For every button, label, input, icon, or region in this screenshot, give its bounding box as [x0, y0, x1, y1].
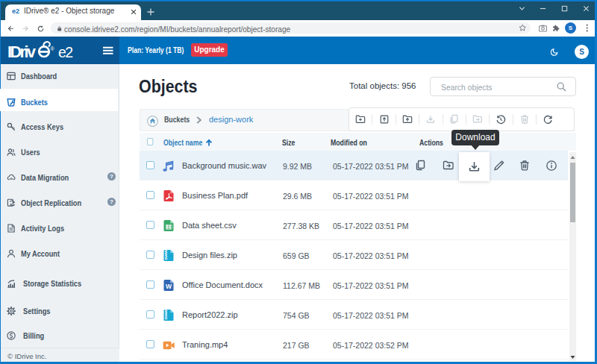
svg-text:®: ® [51, 46, 55, 51]
svg-text:W: W [166, 283, 172, 290]
svg-text:IDriv: IDriv [7, 43, 36, 60]
svg-text:e2: e2 [58, 44, 73, 60]
